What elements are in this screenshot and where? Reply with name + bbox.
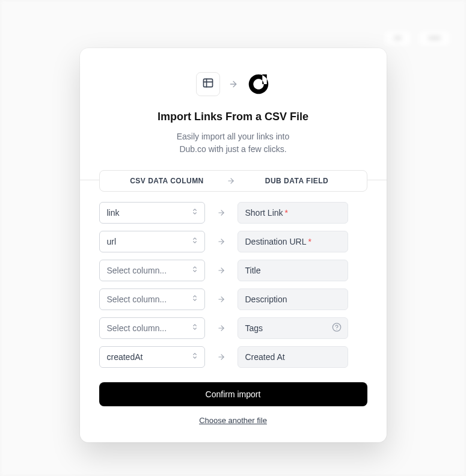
csv-column-select[interactable]: url xyxy=(99,231,205,252)
table-icon-box xyxy=(196,72,220,96)
select-value: Select column... xyxy=(99,288,205,310)
select-value: Select column... xyxy=(99,260,205,281)
required-indicator: * xyxy=(308,237,311,246)
dub-field-label: Created At xyxy=(238,346,348,368)
csv-column-select[interactable]: Select column... xyxy=(99,260,205,281)
dub-field-header: DUB DATA FIELD xyxy=(242,177,352,185)
required-indicator: * xyxy=(285,208,288,218)
mapping-row: urlDestination URL* xyxy=(99,231,367,252)
modal-overlay: Import Links From a CSV File Easily impo… xyxy=(0,0,466,476)
modal-actions: Confirm import Choose another file xyxy=(80,375,387,442)
choose-another-file-link[interactable]: Choose another file xyxy=(199,416,267,425)
mapping-row: linkShort Link* xyxy=(99,202,367,224)
icon-row xyxy=(99,72,367,96)
arrow-right-icon xyxy=(205,295,238,304)
arrow-right-icon xyxy=(205,266,238,275)
column-header-bar: CSV DATA COLUMN DUB DATA FIELD xyxy=(99,170,367,192)
csv-column-header: CSV DATA COLUMN xyxy=(114,177,220,185)
csv-column-select[interactable]: createdAt xyxy=(99,346,205,368)
dub-field-label: Description xyxy=(238,288,348,310)
arrow-right-icon xyxy=(205,324,238,332)
modal-subtitle: Easily import all your links into Dub.co… xyxy=(99,130,367,156)
dub-logo-icon xyxy=(247,72,271,96)
dub-field-label: Tags xyxy=(238,317,348,339)
select-value: url xyxy=(99,231,205,252)
arrow-right-icon xyxy=(205,353,238,361)
csv-column-select[interactable]: Select column... xyxy=(99,288,205,310)
dub-field-label: Short Link* xyxy=(238,202,348,224)
mapping-row: Select column...Description xyxy=(99,288,367,310)
choose-another-file: Choose another file xyxy=(99,415,367,426)
csv-column-select[interactable]: link xyxy=(99,202,205,224)
select-value: createdAt xyxy=(99,346,205,368)
dub-field-label: Destination URL* xyxy=(238,231,348,252)
mapping-section: linkShort Link*urlDestination URL*Select… xyxy=(80,180,387,368)
mapping-row: Select column...Title xyxy=(99,260,367,281)
select-value: link xyxy=(99,202,205,224)
table-icon xyxy=(202,77,214,91)
mapping-row: Select column...Tags xyxy=(99,317,367,339)
confirm-import-button[interactable]: Confirm import xyxy=(99,382,367,406)
dub-field-label: Title xyxy=(238,260,348,281)
arrow-right-icon xyxy=(228,79,238,89)
csv-column-select[interactable]: Select column... xyxy=(99,317,205,339)
arrow-right-icon xyxy=(220,177,242,185)
modal-header: Import Links From a CSV File Easily impo… xyxy=(80,48,387,170)
arrow-right-icon xyxy=(205,237,238,246)
select-value: Select column... xyxy=(99,317,205,339)
arrow-right-icon xyxy=(205,209,238,217)
import-csv-modal: Import Links From a CSV File Easily impo… xyxy=(80,48,387,442)
svg-rect-0 xyxy=(203,79,212,87)
modal-title: Import Links From a CSV File xyxy=(99,111,367,123)
mapping-row: createdAtCreated At xyxy=(99,346,367,368)
help-icon[interactable] xyxy=(332,323,342,334)
